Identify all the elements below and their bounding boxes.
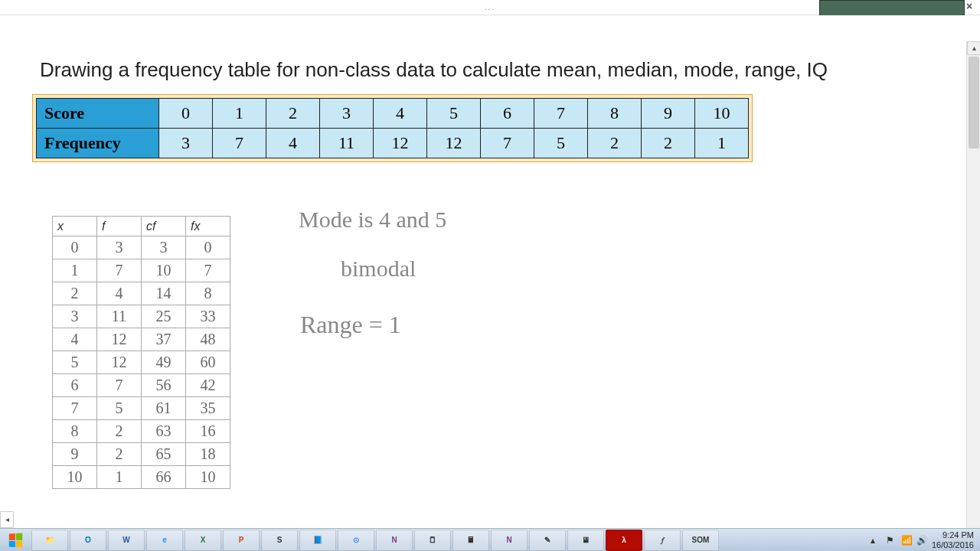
table-row: 3112533: [53, 305, 230, 328]
system-tray[interactable]: ▴ ⚑ 📶 🔊 9:24 PM 16/03/2016: [864, 530, 980, 549]
cell: 2: [53, 282, 97, 305]
score-cell: 0: [159, 99, 213, 129]
cell: 3: [142, 236, 186, 259]
tray-flag-icon[interactable]: ⚑: [886, 535, 897, 546]
taskbar-som[interactable]: SOM: [682, 530, 719, 551]
cell: 10: [53, 466, 97, 489]
cell: 4: [97, 282, 142, 305]
cell: 14: [142, 282, 186, 305]
page-canvas[interactable]: Drawing a frequency table for non-class …: [0, 15, 966, 528]
cell: 6: [53, 374, 97, 397]
freq-cell: 7: [481, 129, 534, 158]
cell: 2: [97, 420, 142, 443]
score-cell: 10: [695, 99, 749, 129]
cell: 33: [186, 305, 230, 328]
freq-cell: 12: [374, 129, 427, 158]
taskbar-excel[interactable]: X: [185, 530, 221, 551]
cell: 66: [142, 466, 186, 489]
freq-cell: 4: [266, 129, 320, 158]
freq-cell: 2: [588, 129, 642, 158]
frequency-label: Frequency: [37, 129, 159, 158]
scroll-up-arrow-icon[interactable]: ▴: [967, 41, 980, 55]
freq-cell: 11: [320, 129, 374, 158]
cell: 12: [97, 351, 142, 374]
col-fx: fx: [186, 217, 230, 236]
score-cell: 3: [320, 99, 374, 129]
taskbar-chrome[interactable]: ⊙: [338, 530, 374, 551]
score-frequency-table: Score 0 1 2 3 4 5 6 7 8 9 10 Frequency 3…: [36, 98, 749, 158]
cell: 35: [186, 397, 230, 420]
tray-network-icon[interactable]: 📶: [901, 535, 912, 546]
taskbar-powerpoint[interactable]: P: [223, 530, 260, 551]
cell: 12: [97, 328, 142, 351]
handwriting-bimodal: bimodal: [341, 256, 416, 282]
cell: 1: [97, 466, 142, 489]
score-cell: 9: [642, 99, 695, 129]
freq-cell: 1: [695, 129, 749, 158]
taskbar-onenote[interactable]: N: [376, 530, 413, 551]
taskbar-ie[interactable]: e: [146, 530, 183, 551]
taskbar-calculator[interactable]: 🖩: [452, 530, 489, 551]
score-cell: 8: [588, 99, 642, 129]
cell: 37: [142, 328, 186, 351]
taskbar-word[interactable]: W: [108, 530, 145, 551]
table-row: 17107: [53, 259, 230, 282]
taskbar-onenote2[interactable]: N: [491, 530, 528, 551]
scroll-thumb[interactable]: [969, 57, 979, 148]
cell: 0: [53, 236, 97, 259]
taskbar-outlook[interactable]: O: [70, 530, 106, 551]
taskbar-notepad[interactable]: 🗒: [414, 530, 451, 551]
taskbar-snip[interactable]: S: [261, 530, 298, 551]
score-frequency-table-wrap: Score 0 1 2 3 4 5 6 7 8 9 10 Frequency 3…: [32, 94, 753, 162]
cell: 11: [97, 305, 142, 328]
handwriting-range: Range = 1: [300, 311, 401, 339]
freq-cell: 7: [213, 129, 266, 158]
page-nav-prev[interactable]: ◂: [0, 511, 14, 528]
taskbar-adobe[interactable]: λ: [606, 530, 642, 551]
col-f: f: [97, 217, 142, 236]
freq-cell: 3: [159, 129, 213, 158]
cell: 65: [142, 443, 186, 466]
cell: 10: [142, 259, 186, 282]
taskbar-explorer[interactable]: 📁: [31, 530, 68, 551]
taskbar-clock[interactable]: 9:24 PM 16/03/2016: [932, 530, 974, 549]
working-frequency-table: x f cf fx 033017107241483112533412374851…: [52, 216, 230, 489]
table-row: 24148: [53, 282, 230, 305]
cell: 61: [142, 397, 186, 420]
tray-up-icon[interactable]: ▴: [871, 535, 881, 546]
start-button[interactable]: [0, 529, 31, 552]
cell: 3: [97, 236, 142, 259]
taskbar-display[interactable]: 🖥: [567, 530, 604, 551]
table-row: 0330: [53, 236, 230, 259]
windows-logo-icon: [9, 533, 22, 547]
cell: 9: [53, 443, 97, 466]
cell: 7: [53, 397, 97, 420]
score-cell: 2: [266, 99, 320, 129]
cell: 60: [186, 351, 230, 374]
score-cell: 1: [213, 99, 266, 129]
taskbar-fx[interactable]: 𝑓: [644, 530, 681, 551]
taskbar-pencil[interactable]: ✎: [529, 530, 566, 551]
col-x: x: [53, 217, 97, 236]
vertical-scrollbar[interactable]: ▴: [966, 41, 980, 528]
cell: 56: [142, 374, 186, 397]
table-row: 926518: [53, 443, 230, 466]
tray-volume-icon[interactable]: 🔊: [916, 535, 927, 546]
taskbar-book[interactable]: 📘: [299, 530, 336, 551]
cell: 18: [186, 443, 230, 466]
table-row: Frequency 3 7 4 11 12 12 7 5 2 2 1: [37, 129, 749, 158]
title-dots: ...: [485, 3, 495, 11]
table-row: Score 0 1 2 3 4 5 6 7 8 9 10: [37, 99, 749, 129]
cell: 7: [186, 259, 230, 282]
score-label: Score: [37, 99, 159, 129]
page-title: Drawing a frequency table for non-class …: [40, 58, 934, 82]
table-row: 4123748: [53, 328, 230, 351]
taskbar: 📁 O W e X P S 📘 ⊙ N 🗒 🖩 N ✎ 🖥 λ 𝑓 SOM ▴ …: [0, 528, 980, 551]
cell: 4: [53, 328, 97, 351]
cell: 8: [186, 282, 230, 305]
score-cell: 5: [427, 99, 481, 129]
cell: 0: [186, 236, 230, 259]
table-row: 1016610: [53, 466, 230, 489]
freq-cell: 5: [534, 129, 588, 158]
cell: 16: [186, 420, 230, 443]
